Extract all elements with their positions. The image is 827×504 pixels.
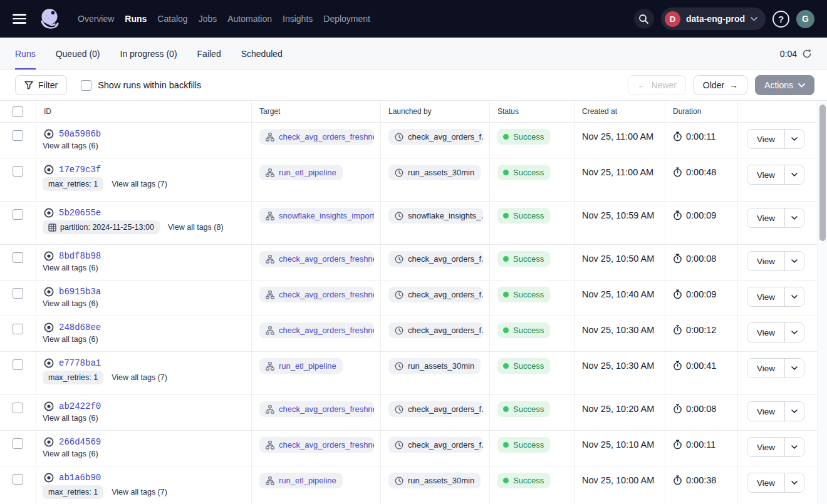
- select-all-checkbox[interactable]: [13, 106, 23, 117]
- launched-by-pill[interactable]: check_avg_orders_f…: [388, 129, 483, 145]
- view-button[interactable]: View: [747, 323, 785, 342]
- launched-by-pill[interactable]: check_avg_orders_f…: [388, 401, 483, 417]
- view-all-tags-link[interactable]: View all tags (6): [43, 299, 98, 308]
- nav-item-insights[interactable]: Insights: [283, 10, 313, 28]
- row-checkbox[interactable]: [13, 288, 23, 299]
- tab-in-progress[interactable]: In progress (0): [120, 38, 177, 69]
- view-button[interactable]: View: [747, 252, 785, 270]
- run-tag-pill[interactable]: max_retries: 1: [43, 177, 103, 191]
- nav-item-catalog[interactable]: Catalog: [157, 10, 187, 28]
- view-dropdown-button[interactable]: [785, 473, 804, 492]
- view-button[interactable]: View: [747, 438, 785, 456]
- view-dropdown-button[interactable]: [785, 287, 804, 306]
- launched-by-pill[interactable]: check_avg_orders_f…: [388, 287, 483, 302]
- launched-by-pill[interactable]: run_assets_30min: [388, 358, 481, 374]
- view-button[interactable]: View: [747, 473, 785, 492]
- view-button[interactable]: View: [747, 165, 785, 184]
- launched-by-pill[interactable]: check_avg_orders_f…: [388, 322, 483, 338]
- row-checkbox[interactable]: [13, 209, 23, 220]
- nav-item-jobs[interactable]: Jobs: [199, 10, 217, 28]
- run-id-link[interactable]: 17e79c3f: [59, 165, 101, 175]
- view-button[interactable]: View: [747, 402, 785, 421]
- scrollbar-thumb[interactable]: [819, 105, 826, 241]
- hamburger-menu-icon[interactable]: [13, 14, 26, 24]
- filter-button[interactable]: Filter: [15, 75, 67, 95]
- row-checkbox[interactable]: [13, 438, 23, 449]
- run-tag-pill[interactable]: max_retries: 1: [43, 485, 103, 499]
- run-tag-pill[interactable]: partition: 2024-11-25-13:00: [43, 220, 160, 234]
- target-pill[interactable]: run_etl_pipeline: [259, 473, 343, 488]
- view-dropdown-button[interactable]: [785, 359, 804, 378]
- view-all-tags-link[interactable]: View all tags (6): [43, 450, 98, 458]
- view-dropdown-button[interactable]: [785, 165, 804, 184]
- row-checkbox[interactable]: [13, 166, 23, 177]
- run-id-link[interactable]: b6915b3a: [59, 287, 101, 297]
- target-pill[interactable]: snowflake_insights_import: [259, 208, 374, 224]
- row-checkbox[interactable]: [13, 474, 23, 485]
- tab-queued[interactable]: Queued (0): [56, 38, 100, 69]
- target-pill[interactable]: run_etl_pipeline: [259, 358, 343, 374]
- target-pill[interactable]: check_avg_orders_freshne: [259, 322, 374, 338]
- run-id-link[interactable]: 266d4569: [59, 437, 101, 447]
- deployment-switcher[interactable]: D data-eng-prod: [661, 8, 766, 30]
- row-checkbox[interactable]: [13, 130, 23, 141]
- target-pill[interactable]: check_avg_orders_freshne: [259, 251, 374, 267]
- vertical-scrollbar[interactable]: [817, 101, 827, 504]
- row-checkbox[interactable]: [13, 252, 23, 263]
- run-id-link[interactable]: ab1a6b90: [59, 473, 101, 483]
- launched-by-pill[interactable]: check_avg_orders_f…: [388, 437, 483, 453]
- nav-item-automation[interactable]: Automation: [227, 10, 272, 28]
- run-id-link[interactable]: 8bdf8b98: [59, 251, 101, 261]
- backfills-checkbox[interactable]: [81, 80, 91, 91]
- target-pill[interactable]: check_avg_orders_freshne: [259, 401, 374, 417]
- row-checkbox[interactable]: [13, 359, 23, 370]
- search-button[interactable]: [634, 9, 654, 29]
- run-tag-pill[interactable]: max_retries: 1: [43, 371, 103, 384]
- user-avatar[interactable]: G: [796, 10, 814, 28]
- view-all-tags-link[interactable]: View all tags (6): [43, 335, 98, 344]
- newer-button[interactable]: ← Newer: [628, 75, 685, 95]
- run-id-link[interactable]: e7778ba1: [59, 358, 101, 368]
- target-pill[interactable]: check_avg_orders_freshne: [259, 129, 374, 145]
- view-all-tags-link[interactable]: View all tags (8): [168, 223, 224, 232]
- tab-failed[interactable]: Failed: [197, 38, 221, 69]
- tab-scheduled[interactable]: Scheduled: [241, 38, 283, 69]
- dagster-logo-icon[interactable]: [38, 7, 61, 31]
- nav-item-runs[interactable]: Runs: [125, 10, 147, 28]
- nav-item-overview[interactable]: Overview: [78, 10, 114, 28]
- view-dropdown-button[interactable]: [785, 208, 804, 227]
- view-dropdown-button[interactable]: [785, 252, 804, 270]
- older-button[interactable]: Older →: [694, 75, 747, 95]
- view-all-tags-link[interactable]: View all tags (7): [112, 488, 167, 496]
- view-dropdown-button[interactable]: [785, 438, 804, 456]
- launched-by-pill[interactable]: run_assets_30min: [388, 165, 481, 180]
- nav-item-deployment[interactable]: Deployment: [323, 10, 370, 28]
- view-all-tags-link[interactable]: View all tags (7): [112, 180, 167, 188]
- refresh-icon[interactable]: [802, 49, 812, 59]
- row-checkbox[interactable]: [13, 324, 23, 334]
- view-button[interactable]: View: [747, 287, 785, 306]
- view-all-tags-link[interactable]: View all tags (6): [43, 414, 98, 423]
- tab-runs[interactable]: Runs: [15, 38, 36, 69]
- view-all-tags-link[interactable]: View all tags (6): [43, 141, 98, 150]
- target-pill[interactable]: check_avg_orders_freshne: [259, 437, 374, 453]
- launched-by-pill[interactable]: check_avg_orders_f…: [388, 251, 483, 267]
- launched-by-pill[interactable]: run_assets_30min: [388, 473, 481, 488]
- run-id-link[interactable]: ab2422f0: [59, 401, 101, 411]
- run-id-link[interactable]: 5b20655e: [59, 208, 101, 218]
- launched-by-pill[interactable]: snowflake_insights_…: [388, 208, 483, 224]
- view-all-tags-link[interactable]: View all tags (7): [112, 373, 167, 382]
- target-pill[interactable]: check_avg_orders_freshne: [259, 287, 374, 302]
- view-all-tags-link[interactable]: View all tags (6): [43, 264, 98, 272]
- actions-button[interactable]: Actions: [755, 75, 814, 95]
- help-button[interactable]: ?: [772, 11, 789, 28]
- view-button[interactable]: View: [747, 130, 785, 148]
- target-pill[interactable]: run_etl_pipeline: [259, 165, 343, 180]
- view-button[interactable]: View: [747, 208, 785, 227]
- view-dropdown-button[interactable]: [785, 402, 804, 421]
- run-id-link[interactable]: 50a5986b: [59, 129, 101, 139]
- run-id-link[interactable]: 248d68ee: [59, 322, 101, 332]
- view-dropdown-button[interactable]: [785, 130, 804, 148]
- row-checkbox[interactable]: [13, 403, 23, 413]
- view-button[interactable]: View: [747, 359, 785, 378]
